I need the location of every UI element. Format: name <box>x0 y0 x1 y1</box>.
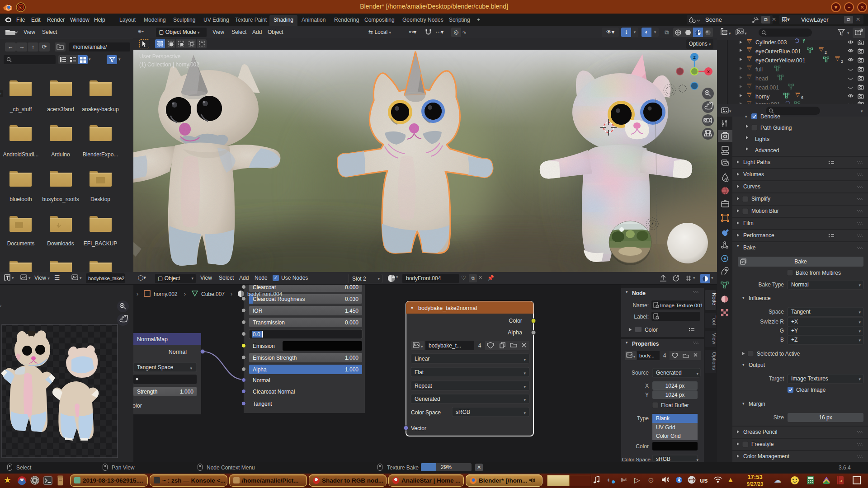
svg-text:Path Guiding: Path Guiding <box>760 125 792 131</box>
svg-text:▾: ▾ <box>524 371 526 375</box>
svg-text:6: 6 <box>801 95 803 100</box>
svg-text:0.030: 0.030 <box>345 296 359 302</box>
svg-text:▾: ▾ <box>745 31 747 36</box>
svg-text:▾: ▾ <box>859 377 861 381</box>
svg-text:Source: Source <box>632 370 649 376</box>
svg-text:Repeat: Repeat <box>415 383 432 389</box>
svg-text:Image Texture.001: Image Texture.001 <box>660 303 703 308</box>
svg-text:1.450: 1.450 <box>345 308 359 314</box>
svg-text:bodybake_take2normal: bodybake_take2normal <box>418 305 477 311</box>
svg-text:eyeOuterBlue.001: eyeOuterBlue.001 <box>755 48 801 55</box>
svg-text:2: 2 <box>825 50 827 55</box>
svg-text:Influence: Influence <box>749 295 771 301</box>
svg-text:horny.002: horny.002 <box>154 291 178 297</box>
svg-text:Advanced: Advanced <box>755 147 779 154</box>
svg-text:▾: ▾ <box>859 283 861 287</box>
svg-text:Flat: Flat <box>415 369 424 375</box>
svg-text:AndroidStudi...: AndroidStudi... <box>3 151 39 158</box>
svg-text:Generated: Generated <box>415 396 440 402</box>
svg-text:▾: ▾ <box>742 362 745 367</box>
svg-text:Downloads: Downloads <box>47 240 74 247</box>
svg-text:▾: ▾ <box>859 320 861 324</box>
svg-text:Grease Pencil: Grease Pencil <box>743 429 777 435</box>
svg-text:Normal: Normal <box>253 377 270 384</box>
svg-text:▾: ▾ <box>696 371 698 376</box>
svg-text:Color: Color <box>636 443 649 450</box>
svg-text:Float Buffer: Float Buffer <box>661 402 689 408</box>
svg-text:Bake: Bake <box>794 258 807 265</box>
svg-text:IOR: IOR <box>253 308 263 314</box>
svg-text:Vector: Vector <box>411 425 426 432</box>
svg-text:+Z: +Z <box>791 337 797 343</box>
svg-text:0.000: 0.000 <box>345 319 359 326</box>
svg-text:4: 4 <box>663 352 666 359</box>
svg-text:Selected to Active: Selected to Active <box>757 351 800 357</box>
svg-text:Linear: Linear <box>415 356 429 362</box>
svg-text:acers3fand: acers3fand <box>47 106 74 113</box>
svg-text:▾: ▾ <box>859 329 861 333</box>
svg-text:›: › <box>184 291 186 297</box>
svg-text:Normal: Normal <box>169 349 187 355</box>
svg-text:Simplify: Simplify <box>751 196 770 202</box>
svg-text:Image Textures: Image Textures <box>791 375 828 382</box>
svg-text:Target: Target <box>769 375 784 382</box>
svg-text:▾: ▾ <box>861 109 863 113</box>
svg-text:▾: ▾ <box>696 458 698 462</box>
svg-text:Color: Color <box>645 327 658 333</box>
svg-text:Curves: Curves <box>743 183 760 190</box>
svg-text:›: › <box>137 291 138 297</box>
svg-text:▾: ▾ <box>742 296 745 300</box>
svg-text:☀: ☀ <box>651 222 654 226</box>
svg-text:Light Paths: Light Paths <box>743 159 770 165</box>
svg-text:full: full <box>755 66 763 73</box>
svg-text:Documents: Documents <box>7 240 35 247</box>
svg-text:▾: ▾ <box>729 109 731 113</box>
svg-text:anakey-backup: anakey-backup <box>82 106 119 113</box>
svg-text:0.000: 0.000 <box>345 285 359 291</box>
svg-text:EFI_BACKUP: EFI_BACKUP <box>84 240 118 247</box>
svg-text:head.001: head.001 <box>755 84 779 91</box>
svg-text:eyeOuterYellow.001: eyeOuterYellow.001 <box>755 57 806 64</box>
svg-text:2: 2 <box>841 59 843 64</box>
svg-text:BlenderExpo...: BlenderExpo... <box>83 151 118 158</box>
svg-text:Properties: Properties <box>632 341 659 347</box>
svg-text:Color Space: Color Space <box>411 409 441 416</box>
svg-text:Volumes: Volumes <box>743 171 764 178</box>
svg-text:Strength: Strength <box>137 389 157 395</box>
svg-text:a: a <box>840 478 842 483</box>
svg-text:Bake: Bake <box>743 244 756 251</box>
svg-text:▾: ▾ <box>524 411 526 415</box>
svg-text:Normal/Map: Normal/Map <box>137 336 168 343</box>
svg-text:Tangent Space: Tangent Space <box>137 364 173 371</box>
svg-text:Emission Strength: Emission Strength <box>253 355 297 361</box>
svg-text:Freestyle: Freestyle <box>751 441 774 447</box>
svg-text:16 px: 16 px <box>819 414 832 421</box>
svg-text:▾: ▾ <box>626 290 628 294</box>
svg-text:Clearcoat Normal: Clearcoat Normal <box>253 389 295 395</box>
svg-text:›: › <box>0 303 1 308</box>
svg-text:Lights: Lights <box>755 136 769 142</box>
svg-text:Color Management: Color Management <box>743 453 790 460</box>
svg-text:▾: ▾ <box>524 398 526 402</box>
svg-text:Emission: Emission <box>253 343 275 349</box>
svg-text:Arduino: Arduino <box>51 151 70 158</box>
svg-text:Z: Z <box>693 55 696 60</box>
svg-text:+X: +X <box>791 319 798 325</box>
svg-text:body...: body... <box>639 353 655 358</box>
svg-text:Cube.007: Cube.007 <box>201 291 225 297</box>
svg-text:▾: ▾ <box>524 385 526 389</box>
svg-text:Motion Blur: Motion Blur <box>751 208 779 214</box>
svg-text:Bake Type: Bake Type <box>759 282 784 288</box>
svg-text:1024 px: 1024 px <box>665 392 685 398</box>
svg-text:Node: Node <box>632 290 646 296</box>
svg-text:1.000: 1.000 <box>180 389 193 395</box>
svg-text:0.0: 0.0 <box>253 331 260 338</box>
svg-text:▾: ▾ <box>859 310 861 314</box>
svg-text:bodybake_t...: bodybake_t... <box>429 343 461 349</box>
svg-text:▾: ▾ <box>524 357 526 362</box>
svg-text:▾: ▾ <box>411 305 413 310</box>
svg-text:Output: Output <box>749 362 765 368</box>
svg-text:Film: Film <box>743 220 754 226</box>
svg-text:Tool: Tool <box>712 315 717 325</box>
svg-text:Margin: Margin <box>749 401 765 407</box>
